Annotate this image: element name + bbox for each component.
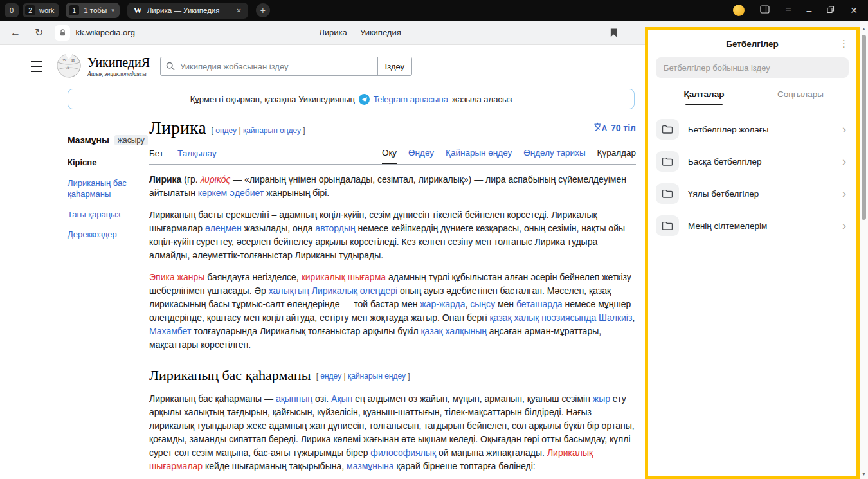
toc-title: Мазмұны bbox=[68, 135, 109, 145]
tab-recent[interactable]: Соңғылары bbox=[752, 83, 849, 105]
tab-counter-badge[interactable]: 0 bbox=[5, 3, 19, 17]
article-text: ой маңына жинақталады. bbox=[436, 447, 547, 458]
minimize-window-icon[interactable]: – bbox=[806, 6, 811, 15]
wikipedia-logo[interactable]: W И A УикипедиЯ Ашық энциклопедиясы bbox=[56, 51, 150, 81]
article-paragraph: Лириканың басты ерекшелігі – адамның көң… bbox=[149, 208, 636, 262]
address-bar[interactable]: kk.wikipedia.org bbox=[55, 25, 135, 41]
bracket: [ bbox=[316, 372, 318, 381]
scroll-up-icon[interactable]: ▴ bbox=[860, 26, 868, 32]
bookmarks-search[interactable] bbox=[656, 57, 849, 78]
search-button[interactable]: Іздеу bbox=[377, 57, 411, 75]
refresh-icon[interactable]: ↻ bbox=[35, 28, 43, 38]
article-link[interactable]: көркем әдебиет bbox=[198, 188, 264, 198]
browser-tab-active[interactable]: W Лирика — Уикипедия ✕ bbox=[127, 3, 248, 19]
tab-folders[interactable]: Қалталар bbox=[656, 83, 752, 105]
article-redlink[interactable]: кирикалық шығарма bbox=[302, 272, 386, 282]
article-redlink[interactable]: Эпика жанры bbox=[149, 272, 204, 282]
back-icon[interactable]: ← bbox=[10, 28, 21, 38]
article-link[interactable]: Шалкиіз bbox=[599, 312, 632, 323]
close-window-icon[interactable]: ✕ bbox=[850, 6, 858, 15]
edit-source-link[interactable]: қайнарын өңдеу bbox=[348, 372, 406, 381]
scrollbar-thumb[interactable] bbox=[862, 35, 866, 220]
toc-item-tagy-qaranyz[interactable]: Тағы қараңыз bbox=[68, 209, 149, 221]
chevron-down-icon: ▾ bbox=[111, 7, 114, 14]
toc-item-bas-qaharmany[interactable]: Лириканың бас қаһарманы bbox=[68, 177, 149, 200]
telegram-icon bbox=[359, 94, 370, 105]
language-count: 70 тіл bbox=[611, 123, 636, 133]
article-link[interactable]: Махамбет bbox=[149, 326, 191, 336]
folder-item-bookmarks-bar[interactable]: Бетбелгілер жолағы › bbox=[656, 113, 849, 145]
bookmarks-search-input[interactable] bbox=[656, 63, 849, 73]
folder-item-my-links[interactable]: Менің сілтемелерім › bbox=[656, 210, 849, 242]
lock-icon bbox=[55, 25, 70, 41]
folder-item-other-bookmarks[interactable]: Басқа бетбелгілер › bbox=[656, 145, 849, 177]
scroll-down-icon[interactable]: ▾ bbox=[860, 471, 868, 477]
article-paragraph: Эпика жанры баяндауға негізделсе, кирика… bbox=[149, 271, 636, 352]
tab-title: Лирика — Уикипедия bbox=[147, 6, 231, 14]
tab-group-work[interactable]: 2 work bbox=[23, 3, 59, 17]
search-icon bbox=[166, 62, 175, 71]
article-title: Лирика bbox=[149, 118, 206, 138]
tab-edit[interactable]: Өңдеу bbox=[408, 148, 434, 164]
article-link[interactable]: жар-жарда bbox=[420, 299, 465, 309]
article-link[interactable]: мазмұнына bbox=[347, 461, 394, 471]
folder-icon bbox=[656, 215, 679, 236]
browser-titlebar: 0 2 work 1 1 тобы ▾ W Лирика — Уикипедия… bbox=[0, 0, 868, 21]
bookmarks-folder-list: Бетбелгілер жолағы › Басқа бетбелгілер ›… bbox=[656, 113, 849, 242]
restore-window-icon[interactable] bbox=[827, 5, 835, 16]
browser-menu-icon[interactable]: ≡ bbox=[785, 5, 791, 15]
article-link[interactable]: қазақ халқының bbox=[420, 326, 486, 336]
article-link[interactable]: Ақын bbox=[331, 393, 352, 404]
side-panel-icon[interactable] bbox=[760, 5, 770, 17]
bookmarks-tabs: Қалталар Соңғылары bbox=[656, 83, 849, 105]
edit-link[interactable]: өңдеу bbox=[320, 372, 341, 381]
folder-item-mobile-bookmarks[interactable]: Ұялы бетбелгілер › bbox=[656, 177, 849, 210]
article-link[interactable]: жыр bbox=[593, 393, 610, 404]
page-scrollbar[interactable]: ▴ ▾ bbox=[860, 21, 868, 479]
bookmark-flag-icon[interactable] bbox=[610, 28, 618, 41]
svg-text:И: И bbox=[71, 58, 75, 63]
search-input[interactable] bbox=[161, 61, 377, 72]
toc-hide-button[interactable]: жасыру bbox=[114, 135, 148, 145]
telegram-banner: Құрметті оқырман, қазақша Уикипедияның T… bbox=[68, 89, 635, 109]
tab-history[interactable]: Өңделу тарихы bbox=[523, 148, 585, 164]
edit-links: [ өңдеу | қайнарын өңдеу ] bbox=[316, 372, 410, 381]
tab-close-icon[interactable]: ✕ bbox=[236, 7, 241, 14]
article-link[interactable]: Лирикалық өлеңдері bbox=[312, 285, 397, 296]
article-link[interactable]: қазақ халық поэзиясында bbox=[489, 312, 596, 323]
tab-tools[interactable]: Құралдар bbox=[597, 148, 636, 164]
toc-item-derekkozder[interactable]: Дереккөздер bbox=[68, 229, 149, 240]
article-link[interactable]: беташарда bbox=[516, 299, 563, 309]
tab-edit-source[interactable]: Қайнарын өңдеу bbox=[446, 148, 512, 164]
article-redlink: λυρικός bbox=[201, 174, 231, 185]
article-link[interactable]: сыңсу bbox=[470, 299, 495, 309]
article-link[interactable]: өлеңмен bbox=[205, 223, 242, 233]
kebab-menu-icon[interactable]: ⋮ bbox=[839, 38, 849, 50]
article-link[interactable]: халықтың bbox=[269, 285, 309, 296]
folder-icon bbox=[656, 183, 679, 204]
tab-page[interactable]: Бет bbox=[149, 149, 163, 164]
article-text: баяндауға негізделсе, bbox=[204, 272, 301, 282]
article-tabs: Бет Талқылау Оқу Өңдеу Қайнарын өңдеу Өң… bbox=[149, 145, 636, 165]
url-text: kk.wikipedia.org bbox=[75, 28, 135, 37]
bracket: ] bbox=[408, 372, 410, 381]
folder-icon bbox=[656, 151, 679, 172]
tab-read[interactable]: Оқу bbox=[382, 148, 397, 164]
wiki-menu-icon[interactable] bbox=[31, 61, 42, 72]
telegram-link[interactable]: Telegram арнасына bbox=[374, 95, 448, 104]
edit-source-link[interactable]: қайнарын өңдеу bbox=[243, 126, 301, 135]
toc-item-kirispe[interactable]: Кіріспе bbox=[68, 157, 149, 168]
language-selector[interactable]: A 70 тіл bbox=[593, 122, 636, 134]
edit-link[interactable]: өңдеу bbox=[215, 126, 237, 135]
tab-group-1-toby[interactable]: 1 1 тобы ▾ bbox=[66, 3, 120, 18]
bracket: ] bbox=[303, 126, 305, 135]
article-link[interactable]: автордың bbox=[315, 223, 355, 233]
article-paragraph: Лириканың бас қаһарманы — ақынның өзі. А… bbox=[149, 392, 636, 473]
article-link[interactable]: философиялық bbox=[370, 447, 436, 458]
new-tab-button[interactable]: + bbox=[256, 3, 270, 17]
language-icon: A bbox=[593, 122, 608, 134]
article-link[interactable]: ақынның bbox=[276, 393, 312, 404]
tab-group-count: 1 bbox=[69, 5, 79, 15]
browser-profile-icon[interactable] bbox=[733, 5, 745, 16]
tab-talk[interactable]: Талқылау bbox=[177, 149, 217, 164]
